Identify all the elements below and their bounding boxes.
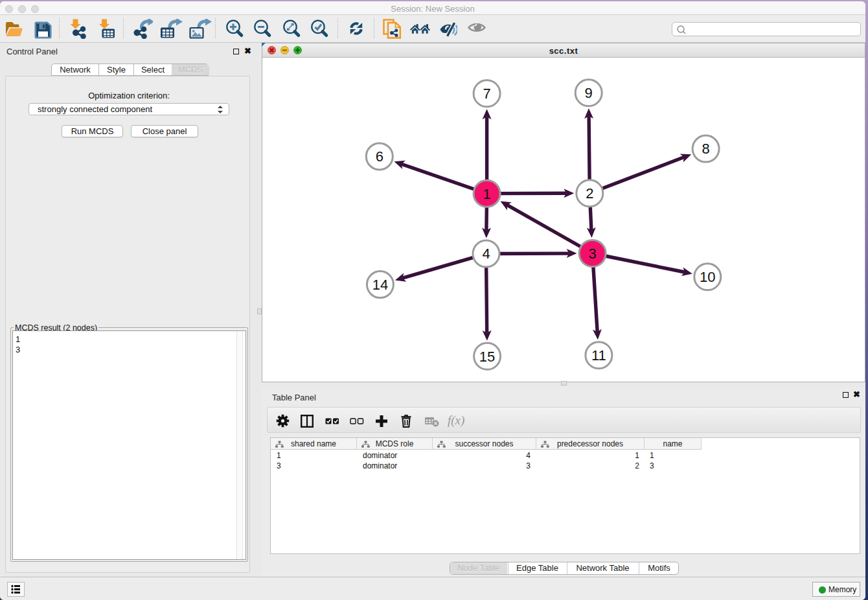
svg-text:4: 4: [482, 246, 490, 262]
svg-text:2: 2: [586, 185, 593, 202]
svg-text:14: 14: [372, 277, 388, 293]
svg-text:8: 8: [702, 141, 709, 157]
svg-text:11: 11: [591, 347, 606, 363]
svg-text:15: 15: [479, 349, 495, 365]
svg-text:7: 7: [483, 86, 490, 102]
svg-text:10: 10: [700, 269, 715, 285]
svg-text:1: 1: [483, 186, 490, 202]
svg-text:9: 9: [585, 85, 593, 101]
svg-text:3: 3: [588, 246, 596, 262]
svg-text:6: 6: [376, 148, 383, 165]
